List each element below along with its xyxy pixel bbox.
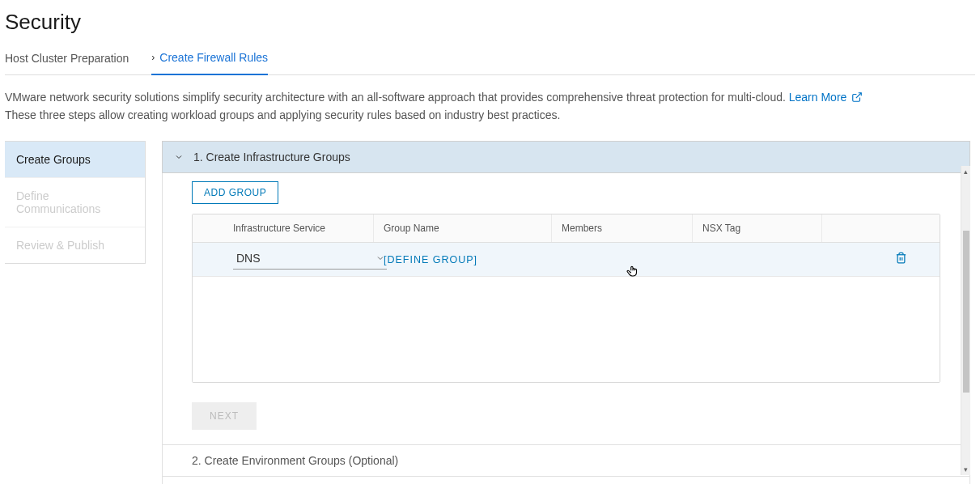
external-link-icon (851, 91, 863, 103)
accordion-header-environment[interactable]: 2. Create Environment Groups (Optional) (162, 445, 970, 477)
accordion-header-application[interactable]: 3. Create Application Groups (Optional) (162, 477, 970, 484)
td-members (552, 253, 693, 265)
table-row: DNS [DEFINE GROUP] (193, 243, 940, 277)
groups-table: Infrastructure Service Group Name Member… (192, 214, 940, 383)
chevron-down-icon (174, 152, 184, 162)
tab-label: Create Firewall Rules (159, 51, 268, 64)
svg-line-0 (856, 93, 861, 98)
define-group-link[interactable]: [DEFINE GROUP] (384, 254, 477, 265)
description-line1: VMware network security solutions simpli… (5, 91, 789, 104)
scrollbar-track[interactable]: ▴ ▾ (961, 166, 970, 475)
th-nsx-tag: NSX Tag (693, 214, 822, 242)
tab-create-firewall-rules[interactable]: › Create Firewall Rules (151, 51, 268, 75)
service-select[interactable]: DNS (233, 249, 387, 270)
add-group-button[interactable]: ADD GROUP (192, 181, 278, 204)
accordion-title: 2. Create Environment Groups (Optional) (192, 454, 398, 467)
scroll-up-arrow[interactable]: ▴ (961, 166, 970, 177)
table-empty-space (193, 277, 940, 382)
scroll-down-arrow[interactable]: ▾ (961, 464, 970, 475)
sidebar-item-label: Review & Publish (16, 239, 104, 252)
accordion-title: 1. Create Infrastructure Groups (193, 151, 350, 163)
description-text: VMware network security solutions simpli… (5, 88, 975, 125)
sidebar-item-define-communications: Define Communications (5, 178, 145, 227)
next-button: NEXT (192, 402, 257, 430)
select-value: DNS (236, 252, 375, 265)
th-group-name: Group Name (374, 214, 552, 242)
accordion-header-infrastructure[interactable]: 1. Create Infrastructure Groups (162, 141, 970, 173)
accordion-body-infrastructure: ADD GROUP Infrastructure Service Group N… (162, 173, 970, 445)
chevron-down-icon (375, 253, 385, 263)
sidebar-item-label: Create Groups (16, 153, 91, 166)
chevron-right-icon: › (151, 52, 155, 63)
th-members: Members (552, 214, 693, 242)
th-actions (822, 214, 940, 242)
scrollbar-thumb[interactable] (963, 231, 969, 393)
main-panel: 1. Create Infrastructure Groups ADD GROU… (162, 141, 970, 484)
tab-host-cluster-preparation[interactable]: Host Cluster Preparation (5, 52, 129, 74)
td-group-name: [DEFINE GROUP] (374, 246, 552, 272)
td-service: DNS (193, 243, 374, 276)
learn-more-label: Learn More (789, 88, 847, 106)
td-nsx-tag (693, 253, 822, 265)
learn-more-link[interactable]: Learn More (789, 88, 863, 106)
trash-icon[interactable] (895, 252, 907, 264)
description-line2: These three steps allow creating workloa… (5, 108, 560, 121)
page-title: Security (5, 10, 975, 35)
sidebar: Create Groups Define Communications Revi… (5, 141, 146, 264)
sidebar-item-create-groups[interactable]: Create Groups (5, 142, 145, 178)
tab-label: Host Cluster Preparation (5, 52, 129, 65)
table-header-row: Infrastructure Service Group Name Member… (193, 214, 940, 243)
td-actions (822, 245, 940, 273)
tabs: Host Cluster Preparation › Create Firewa… (5, 51, 975, 75)
sidebar-item-review-publish: Review & Publish (5, 227, 145, 263)
th-infrastructure-service: Infrastructure Service (193, 214, 374, 242)
sidebar-item-label: Define Communications (16, 189, 100, 215)
